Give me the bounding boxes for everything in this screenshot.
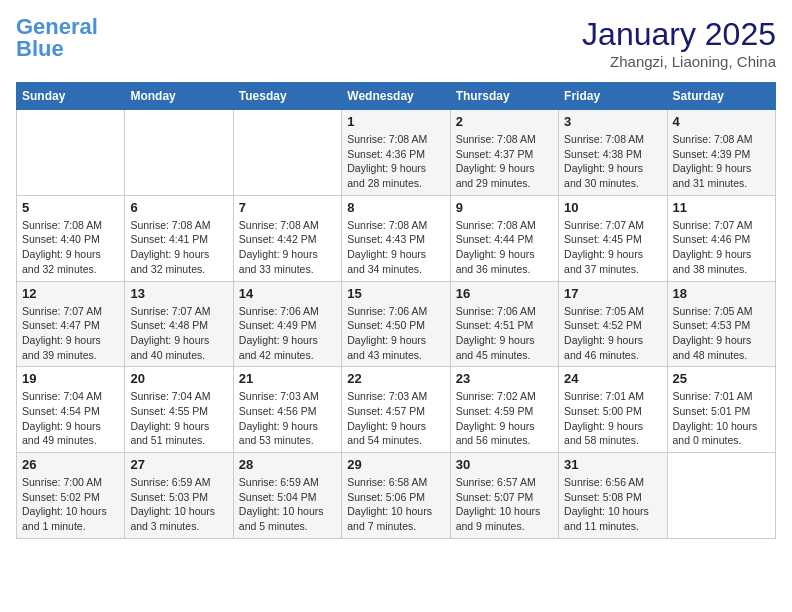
- day-info: Sunrise: 6:58 AM Sunset: 5:06 PM Dayligh…: [347, 475, 444, 534]
- day-cell: 8Sunrise: 7:08 AM Sunset: 4:43 PM Daylig…: [342, 195, 450, 281]
- day-number: 5: [22, 200, 119, 215]
- day-cell: 2Sunrise: 7:08 AM Sunset: 4:37 PM Daylig…: [450, 110, 558, 196]
- day-cell: 16Sunrise: 7:06 AM Sunset: 4:51 PM Dayli…: [450, 281, 558, 367]
- day-number: 1: [347, 114, 444, 129]
- day-cell: 14Sunrise: 7:06 AM Sunset: 4:49 PM Dayli…: [233, 281, 341, 367]
- title-block: January 2025 Zhangzi, Liaoning, China: [582, 16, 776, 70]
- day-cell: 24Sunrise: 7:01 AM Sunset: 5:00 PM Dayli…: [559, 367, 667, 453]
- day-cell: 15Sunrise: 7:06 AM Sunset: 4:50 PM Dayli…: [342, 281, 450, 367]
- day-number: 20: [130, 371, 227, 386]
- day-cell: 19Sunrise: 7:04 AM Sunset: 4:54 PM Dayli…: [17, 367, 125, 453]
- day-cell: 31Sunrise: 6:56 AM Sunset: 5:08 PM Dayli…: [559, 453, 667, 539]
- day-number: 18: [673, 286, 770, 301]
- day-cell: 1Sunrise: 7:08 AM Sunset: 4:36 PM Daylig…: [342, 110, 450, 196]
- day-info: Sunrise: 7:05 AM Sunset: 4:53 PM Dayligh…: [673, 304, 770, 363]
- day-cell: 28Sunrise: 6:59 AM Sunset: 5:04 PM Dayli…: [233, 453, 341, 539]
- day-info: Sunrise: 7:06 AM Sunset: 4:51 PM Dayligh…: [456, 304, 553, 363]
- month-title: January 2025: [582, 16, 776, 53]
- day-info: Sunrise: 7:08 AM Sunset: 4:37 PM Dayligh…: [456, 132, 553, 191]
- day-cell: 18Sunrise: 7:05 AM Sunset: 4:53 PM Dayli…: [667, 281, 775, 367]
- day-number: 10: [564, 200, 661, 215]
- day-info: Sunrise: 7:06 AM Sunset: 4:49 PM Dayligh…: [239, 304, 336, 363]
- week-row-4: 19Sunrise: 7:04 AM Sunset: 4:54 PM Dayli…: [17, 367, 776, 453]
- logo-text: General Blue: [16, 16, 98, 60]
- day-cell: 30Sunrise: 6:57 AM Sunset: 5:07 PM Dayli…: [450, 453, 558, 539]
- day-cell: 4Sunrise: 7:08 AM Sunset: 4:39 PM Daylig…: [667, 110, 775, 196]
- day-info: Sunrise: 7:02 AM Sunset: 4:59 PM Dayligh…: [456, 389, 553, 448]
- header-cell-wednesday: Wednesday: [342, 83, 450, 110]
- day-info: Sunrise: 7:08 AM Sunset: 4:39 PM Dayligh…: [673, 132, 770, 191]
- day-number: 7: [239, 200, 336, 215]
- day-info: Sunrise: 7:08 AM Sunset: 4:44 PM Dayligh…: [456, 218, 553, 277]
- day-info: Sunrise: 7:08 AM Sunset: 4:38 PM Dayligh…: [564, 132, 661, 191]
- day-info: Sunrise: 7:08 AM Sunset: 4:36 PM Dayligh…: [347, 132, 444, 191]
- location: Zhangzi, Liaoning, China: [582, 53, 776, 70]
- calendar-table: SundayMondayTuesdayWednesdayThursdayFrid…: [16, 82, 776, 539]
- day-number: 2: [456, 114, 553, 129]
- day-number: 26: [22, 457, 119, 472]
- header-cell-saturday: Saturday: [667, 83, 775, 110]
- day-cell: [233, 110, 341, 196]
- header-row: SundayMondayTuesdayWednesdayThursdayFrid…: [17, 83, 776, 110]
- logo-blue: Blue: [16, 36, 64, 61]
- day-cell: 7Sunrise: 7:08 AM Sunset: 4:42 PM Daylig…: [233, 195, 341, 281]
- day-info: Sunrise: 7:07 AM Sunset: 4:46 PM Dayligh…: [673, 218, 770, 277]
- day-info: Sunrise: 7:05 AM Sunset: 4:52 PM Dayligh…: [564, 304, 661, 363]
- day-info: Sunrise: 7:08 AM Sunset: 4:40 PM Dayligh…: [22, 218, 119, 277]
- day-cell: 26Sunrise: 7:00 AM Sunset: 5:02 PM Dayli…: [17, 453, 125, 539]
- day-cell: 10Sunrise: 7:07 AM Sunset: 4:45 PM Dayli…: [559, 195, 667, 281]
- week-row-3: 12Sunrise: 7:07 AM Sunset: 4:47 PM Dayli…: [17, 281, 776, 367]
- header-cell-monday: Monday: [125, 83, 233, 110]
- day-number: 13: [130, 286, 227, 301]
- header-cell-thursday: Thursday: [450, 83, 558, 110]
- logo: General Blue: [16, 16, 98, 60]
- day-cell: 6Sunrise: 7:08 AM Sunset: 4:41 PM Daylig…: [125, 195, 233, 281]
- day-cell: 12Sunrise: 7:07 AM Sunset: 4:47 PM Dayli…: [17, 281, 125, 367]
- day-info: Sunrise: 7:08 AM Sunset: 4:42 PM Dayligh…: [239, 218, 336, 277]
- day-info: Sunrise: 7:01 AM Sunset: 5:00 PM Dayligh…: [564, 389, 661, 448]
- day-cell: 27Sunrise: 6:59 AM Sunset: 5:03 PM Dayli…: [125, 453, 233, 539]
- day-number: 11: [673, 200, 770, 215]
- day-info: Sunrise: 7:03 AM Sunset: 4:56 PM Dayligh…: [239, 389, 336, 448]
- day-number: 31: [564, 457, 661, 472]
- day-number: 12: [22, 286, 119, 301]
- day-cell: 9Sunrise: 7:08 AM Sunset: 4:44 PM Daylig…: [450, 195, 558, 281]
- day-number: 29: [347, 457, 444, 472]
- day-info: Sunrise: 7:07 AM Sunset: 4:45 PM Dayligh…: [564, 218, 661, 277]
- header-cell-sunday: Sunday: [17, 83, 125, 110]
- header-cell-friday: Friday: [559, 83, 667, 110]
- day-info: Sunrise: 7:07 AM Sunset: 4:48 PM Dayligh…: [130, 304, 227, 363]
- day-number: 27: [130, 457, 227, 472]
- day-info: Sunrise: 7:08 AM Sunset: 4:43 PM Dayligh…: [347, 218, 444, 277]
- day-number: 16: [456, 286, 553, 301]
- day-number: 25: [673, 371, 770, 386]
- day-cell: 23Sunrise: 7:02 AM Sunset: 4:59 PM Dayli…: [450, 367, 558, 453]
- day-info: Sunrise: 7:03 AM Sunset: 4:57 PM Dayligh…: [347, 389, 444, 448]
- week-row-2: 5Sunrise: 7:08 AM Sunset: 4:40 PM Daylig…: [17, 195, 776, 281]
- day-cell: 5Sunrise: 7:08 AM Sunset: 4:40 PM Daylig…: [17, 195, 125, 281]
- header-cell-tuesday: Tuesday: [233, 83, 341, 110]
- day-number: 22: [347, 371, 444, 386]
- day-info: Sunrise: 6:59 AM Sunset: 5:03 PM Dayligh…: [130, 475, 227, 534]
- day-number: 8: [347, 200, 444, 215]
- day-cell: 29Sunrise: 6:58 AM Sunset: 5:06 PM Dayli…: [342, 453, 450, 539]
- day-info: Sunrise: 7:00 AM Sunset: 5:02 PM Dayligh…: [22, 475, 119, 534]
- day-info: Sunrise: 6:57 AM Sunset: 5:07 PM Dayligh…: [456, 475, 553, 534]
- day-cell: 17Sunrise: 7:05 AM Sunset: 4:52 PM Dayli…: [559, 281, 667, 367]
- day-number: 15: [347, 286, 444, 301]
- day-cell: 11Sunrise: 7:07 AM Sunset: 4:46 PM Dayli…: [667, 195, 775, 281]
- day-number: 24: [564, 371, 661, 386]
- day-number: 28: [239, 457, 336, 472]
- day-cell: 25Sunrise: 7:01 AM Sunset: 5:01 PM Dayli…: [667, 367, 775, 453]
- day-number: 19: [22, 371, 119, 386]
- day-info: Sunrise: 7:08 AM Sunset: 4:41 PM Dayligh…: [130, 218, 227, 277]
- day-info: Sunrise: 7:06 AM Sunset: 4:50 PM Dayligh…: [347, 304, 444, 363]
- day-number: 14: [239, 286, 336, 301]
- day-cell: 22Sunrise: 7:03 AM Sunset: 4:57 PM Dayli…: [342, 367, 450, 453]
- day-info: Sunrise: 7:04 AM Sunset: 4:54 PM Dayligh…: [22, 389, 119, 448]
- day-number: 9: [456, 200, 553, 215]
- day-number: 23: [456, 371, 553, 386]
- day-number: 6: [130, 200, 227, 215]
- day-cell: 13Sunrise: 7:07 AM Sunset: 4:48 PM Dayli…: [125, 281, 233, 367]
- day-cell: [17, 110, 125, 196]
